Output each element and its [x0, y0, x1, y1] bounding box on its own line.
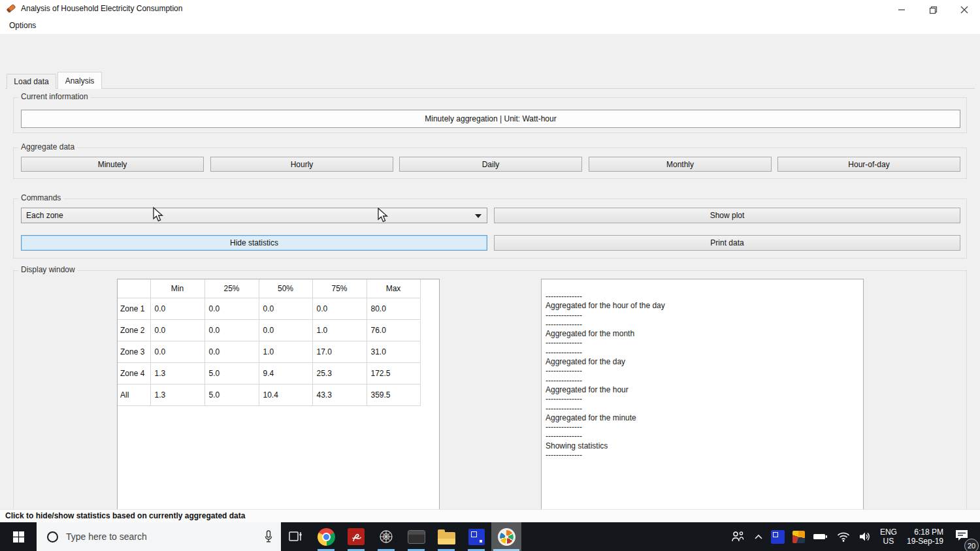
region-code: US — [880, 537, 897, 546]
minimize-icon — [898, 6, 906, 14]
battery-button[interactable] — [809, 522, 832, 551]
daily-button[interactable]: Daily — [399, 157, 582, 172]
language-indicator[interactable]: ENG US — [875, 527, 902, 546]
taskbar-blue-remote-app[interactable] — [461, 522, 491, 551]
remote-app-icon — [771, 530, 785, 544]
row-label: All — [118, 384, 150, 405]
hourly-button[interactable]: Hourly — [210, 157, 393, 172]
log-line: -------------- — [546, 338, 859, 347]
tab-analysis[interactable]: Analysis — [57, 72, 102, 89]
time-text: 6:18 PM — [907, 527, 943, 537]
log-line: -------------- — [546, 366, 859, 375]
log-line: Aggregated for the month — [546, 329, 859, 338]
zone-select[interactable]: Each zone — [21, 208, 487, 223]
table-cell: 5.0 — [204, 362, 259, 384]
battery-icon — [813, 532, 828, 541]
remote-app-icon — [468, 529, 485, 545]
status-bar: Click to hide/show statistics based on c… — [0, 509, 980, 522]
cursor-arrow — [152, 207, 167, 223]
group-display-window: Display window Min25%50%75%Max Zone 10.0… — [13, 270, 967, 543]
people-button[interactable] — [727, 522, 750, 551]
hour-of-day-button[interactable]: Hour-of-day — [777, 157, 960, 172]
log-line: -------------- — [546, 376, 859, 385]
table-cell: 0.0 — [312, 298, 367, 319]
start-button[interactable] — [0, 522, 37, 551]
taskbar-web-app[interactable] — [371, 522, 401, 551]
language-code: ENG — [880, 527, 897, 537]
clock[interactable]: 6:18 PM 19-Sep-19 — [902, 527, 949, 546]
log-line: -------------- — [546, 432, 859, 441]
group-aggregate-data: Aggregate data Minutely Hourly Daily Mon… — [13, 148, 967, 179]
group-label: Current information — [18, 92, 91, 101]
volume-button[interactable] — [855, 522, 875, 551]
table-cell: 0.0 — [259, 298, 312, 319]
column-header: Max — [367, 279, 420, 298]
table-cell: 1.3 — [150, 384, 204, 405]
log-line: Aggregated for the hour — [546, 385, 859, 394]
restore-icon — [929, 6, 938, 14]
table-cell: 0.0 — [204, 298, 259, 319]
log-line: Aggregated for the day — [546, 357, 859, 366]
taskbar-acrobat[interactable] — [341, 522, 371, 551]
taskbar: ENG US 6:18 PM 19-Sep-19 20 — [0, 522, 980, 551]
tab-load-data[interactable]: Load data — [7, 74, 56, 89]
wifi-button[interactable] — [832, 522, 855, 551]
monthly-button[interactable]: Monthly — [589, 157, 772, 172]
table-header-row: Min25%50%75%Max — [118, 279, 420, 298]
minutely-button[interactable]: Minutely — [21, 157, 204, 172]
row-label: Zone 4 — [118, 362, 150, 384]
table-cell: 0.0 — [204, 341, 259, 362]
table-cell: 0.0 — [150, 341, 204, 362]
terminal-icon — [408, 530, 425, 544]
show-plot-button[interactable]: Show plot — [494, 208, 960, 223]
taskbar-terminal[interactable] — [401, 522, 431, 551]
log-text[interactable]: --------------Aggregated for the hour of… — [541, 279, 864, 522]
menu-options[interactable]: Options — [5, 17, 40, 34]
tray-blue-app[interactable] — [767, 522, 789, 551]
system-tray: ENG US 6:18 PM 19-Sep-19 20 — [727, 522, 980, 551]
chevron-up-icon — [754, 533, 763, 540]
table-cell: 172.5 — [367, 362, 420, 384]
table-row[interactable]: Zone 10.00.00.00.080.0 — [118, 298, 420, 319]
table-row[interactable]: Zone 20.00.00.01.076.0 — [118, 319, 420, 341]
log-line: -------------- — [546, 320, 859, 329]
web-icon — [378, 528, 395, 545]
hidden-icons-button[interactable] — [750, 522, 767, 551]
table-cell: 0.0 — [150, 298, 204, 319]
taskbar-analysis-app[interactable] — [491, 522, 521, 551]
search-input[interactable] — [66, 531, 242, 542]
tab-divider — [5, 88, 975, 89]
people-icon — [730, 530, 746, 543]
hide-statistics-button[interactable]: Hide statistics — [21, 235, 487, 251]
table-row[interactable]: All1.35.010.443.3359.5 — [118, 384, 420, 405]
table-cell: 17.0 — [312, 341, 367, 362]
wifi-icon — [836, 531, 851, 543]
table-cell: 1.3 — [150, 362, 204, 384]
group-label: Display window — [18, 265, 78, 274]
cursor-arrow — [377, 208, 391, 223]
taskbar-file-explorer[interactable] — [431, 522, 461, 551]
table-cell: 43.3 — [312, 384, 367, 405]
taskbar-chrome[interactable] — [311, 522, 341, 551]
log-line: -------------- — [546, 394, 859, 403]
zone-select-value: Each zone — [26, 211, 63, 220]
row-label: Zone 1 — [118, 298, 150, 319]
column-header: 50% — [259, 279, 312, 298]
tray-color-app[interactable] — [789, 522, 809, 551]
taskbar-search[interactable] — [37, 522, 281, 551]
row-label: Zone 3 — [118, 341, 150, 362]
column-header: 25% — [204, 279, 259, 298]
task-view-button[interactable] — [281, 522, 311, 551]
log-line: Aggregated for the hour of the day — [546, 301, 859, 310]
notification-center-button[interactable]: 20 — [949, 528, 980, 546]
group-label: Aggregate data — [18, 142, 77, 151]
table-row[interactable]: Zone 41.35.09.425.3172.5 — [118, 362, 420, 384]
table-cell: 80.0 — [367, 298, 420, 319]
table-cell: 9.4 — [259, 362, 312, 384]
log-line: Aggregated for the minute — [546, 413, 859, 422]
close-icon — [960, 6, 968, 14]
table-row[interactable]: Zone 30.00.01.017.031.0 — [118, 341, 420, 362]
group-current-information: Current information Minutely aggregation… — [13, 97, 967, 133]
print-data-button[interactable]: Print data — [494, 235, 960, 251]
microphone-icon[interactable] — [263, 529, 274, 544]
